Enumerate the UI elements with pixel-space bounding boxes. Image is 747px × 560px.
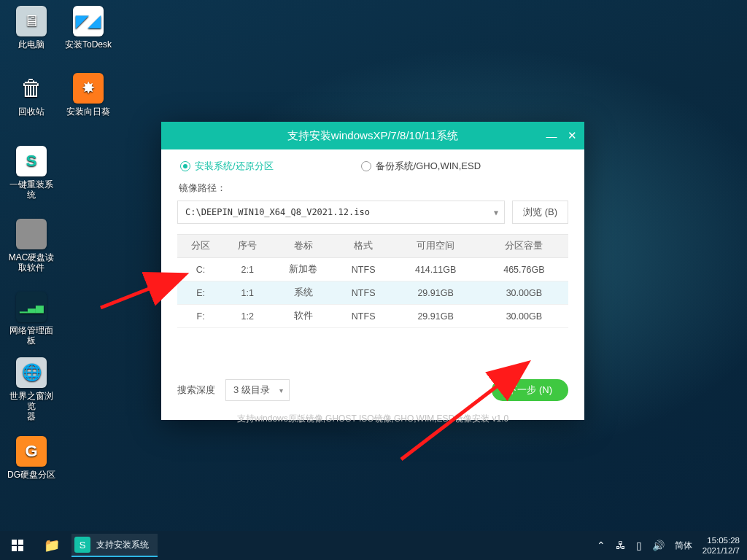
- window-title: 支持安装windowsXP/7/8/10/11系统: [287, 129, 458, 143]
- footer-hint: 支持windows原版镜像,GHOST ISO镜像,GHO,WIM,ESD镜像安…: [177, 413, 568, 425]
- cell-idx: 2:1: [224, 258, 271, 281]
- desktop-icon-todesk[interactable]: ◤◢ 安装ToDesk: [63, 6, 114, 50]
- browse-button[interactable]: 浏览 (B): [512, 201, 568, 224]
- col-index: 序号: [224, 235, 271, 258]
- search-depth-label: 搜索深度: [177, 384, 215, 397]
- desktop-icon-label: 安装ToDesk: [63, 39, 114, 50]
- close-button[interactable]: ✕: [564, 128, 580, 144]
- tray-battery-icon[interactable]: ▯: [636, 540, 642, 551]
- radio-backup[interactable]: 备份系统/GHO,WIN,ESD: [361, 160, 481, 173]
- taskbar-app-label: 支持安装系统: [96, 539, 149, 551]
- cell-part: F:: [177, 305, 224, 328]
- cell-vol: 系统: [271, 281, 336, 305]
- desktop-icon-label: MAC硬盘读 取软件: [6, 252, 57, 273]
- window-titlebar[interactable]: 支持安装windowsXP/7/8/10/11系统 — ✕: [161, 122, 584, 149]
- installer-window: 支持安装windowsXP/7/8/10/11系统 — ✕ 安装系统/还原分区 …: [161, 122, 584, 420]
- start-button[interactable]: [0, 531, 35, 560]
- desktop-icon-label: 网络管理面板: [6, 325, 57, 346]
- cell-fmt: NTFS: [336, 305, 392, 328]
- cell-vol: 软件: [271, 305, 336, 328]
- cell-free: 29.91GB: [391, 305, 479, 328]
- desktop-icon-label: 此电脑: [6, 39, 57, 50]
- svg-rect-2: [12, 540, 17, 545]
- desktop-icon-label: 世界之窗浏览 器: [6, 391, 57, 421]
- desktop-icon-theworld-browser[interactable]: 🌐 世界之窗浏览 器: [6, 357, 57, 421]
- cell-cap: 465.76GB: [480, 258, 568, 281]
- system-tray: ⌃ 🖧 ▯ 🔊 简体 15:05:28 2021/12/7: [597, 535, 747, 556]
- app-icon: S: [74, 537, 90, 553]
- windows-logo-icon: [12, 540, 23, 551]
- desktop: 🖥 此电脑 ◤◢ 安装ToDesk 🗑 回收站 ✸ 安装向日葵 S 一键重装系统…: [0, 0, 747, 560]
- image-path-value: C:\DEEPIN_WIN10_X64_Q8_V2021.12.iso: [185, 207, 370, 217]
- col-partition: 分区: [177, 235, 224, 258]
- desktop-icon-network-panel[interactable]: ▁▃▅ 网络管理面板: [6, 292, 57, 346]
- cell-fmt: NTFS: [336, 281, 392, 305]
- desktop-icon-label: DG硬盘分区: [6, 470, 57, 480]
- cell-free: 29.91GB: [391, 281, 479, 305]
- desktop-icon-sunflower[interactable]: ✸ 安装向日葵: [63, 73, 114, 117]
- radio-label: 安装系统/还原分区: [195, 160, 274, 173]
- table-row[interactable]: F:1:2软件NTFS29.91GB30.00GB: [177, 305, 568, 328]
- desktop-icon-label: 一键重装系统: [6, 179, 57, 200]
- cell-idx: 1:2: [224, 305, 271, 328]
- tray-clock[interactable]: 15:05:28 2021/12/7: [703, 535, 740, 556]
- cell-part: C:: [177, 258, 224, 281]
- cell-vol: 新加卷: [271, 258, 336, 281]
- next-button[interactable]: 下一步 (N): [492, 379, 568, 401]
- taskbar-app-installer[interactable]: S 支持安装系统: [71, 534, 158, 557]
- image-path-label: 镜像路径：: [179, 182, 568, 195]
- image-path-input[interactable]: C:\DEEPIN_WIN10_X64_Q8_V2021.12.iso ▼: [177, 201, 505, 224]
- tray-date: 2021/12/7: [703, 545, 740, 556]
- search-depth-value: 3 级目录: [233, 384, 270, 397]
- tray-chevron-icon[interactable]: ⌃: [597, 540, 605, 551]
- cell-part: E:: [177, 281, 224, 305]
- svg-rect-5: [18, 546, 23, 551]
- cell-idx: 1:1: [224, 281, 271, 305]
- desktop-icon-dg-partition[interactable]: G DG硬盘分区: [6, 436, 57, 480]
- svg-rect-4: [12, 546, 17, 551]
- cell-cap: 30.00GB: [480, 281, 568, 305]
- table-row[interactable]: C:2:1新加卷NTFS414.11GB465.76GB: [177, 258, 568, 281]
- col-format: 格式: [336, 235, 392, 258]
- desktop-icon-recycle-bin[interactable]: 🗑 回收站: [6, 73, 57, 117]
- col-capacity: 分区容量: [480, 235, 568, 258]
- svg-rect-3: [18, 540, 23, 545]
- cell-free: 414.11GB: [391, 258, 479, 281]
- partition-table: 分区 序号 卷标 格式 可用空间 分区容量 C:2:1新加卷NTFS414.11…: [177, 234, 568, 328]
- desktop-icon-reinstall[interactable]: S 一键重装系统: [6, 146, 57, 200]
- tray-ime[interactable]: 简体: [675, 540, 692, 552]
- radio-install-restore[interactable]: 安装系统/还原分区: [180, 160, 274, 173]
- col-free: 可用空间: [391, 235, 479, 258]
- tray-time: 15:05:28: [703, 535, 740, 545]
- tray-network-icon[interactable]: 🖧: [616, 540, 626, 551]
- minimize-button[interactable]: —: [543, 128, 560, 144]
- desktop-icon-label: 回收站: [6, 106, 57, 117]
- folder-icon: 📁: [44, 537, 60, 553]
- radio-dot-icon: [180, 161, 190, 171]
- tray-volume-icon[interactable]: 🔊: [652, 540, 665, 551]
- desktop-icon-label: 安装向日葵: [63, 106, 114, 117]
- dropdown-icon[interactable]: ▼: [494, 209, 498, 217]
- desktop-icon-mac-disk[interactable]: MAC硬盘读 取软件: [6, 219, 57, 273]
- search-depth-select[interactable]: 3 级目录: [225, 379, 290, 401]
- taskbar-explorer[interactable]: 📁: [35, 531, 69, 560]
- radio-label: 备份系统/GHO,WIN,ESD: [376, 160, 481, 173]
- col-volume: 卷标: [271, 235, 336, 258]
- table-row[interactable]: E:1:1系统NTFS29.91GB30.00GB: [177, 281, 568, 305]
- cell-fmt: NTFS: [336, 258, 392, 281]
- taskbar: 📁 S 支持安装系统 ⌃ 🖧 ▯ 🔊 简体 15:05:28 2021/12/7: [0, 531, 747, 560]
- cell-cap: 30.00GB: [480, 305, 568, 328]
- desktop-icon-this-pc[interactable]: 🖥 此电脑: [6, 6, 57, 50]
- radio-dot-icon: [361, 161, 371, 171]
